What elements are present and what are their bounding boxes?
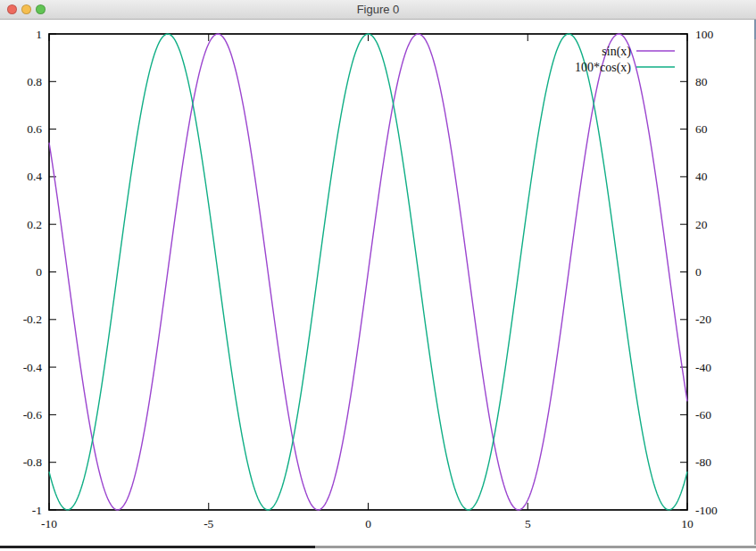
y-right-tick-label: 80 — [695, 75, 708, 88]
y-right-tick-label: 0 — [695, 265, 702, 279]
y-right-tick-label: -40 — [695, 361, 711, 374]
y-right-tick-label: 20 — [695, 218, 708, 231]
y-left-tick-label: 0.6 — [27, 122, 42, 136]
legend-label: 100*cos(x) — [575, 61, 631, 75]
y-right-tick-label: 40 — [695, 170, 708, 183]
y-right-tick-label: 60 — [695, 122, 708, 136]
x-tick-label: -5 — [204, 517, 213, 530]
window-bottom-shadow — [315, 546, 756, 548]
axis-tick-labels: 10.80.60.40.20-0.2-0.4-0.6-0.8-110080604… — [23, 28, 718, 531]
y-right-tick-label: -60 — [695, 408, 711, 422]
titlebar[interactable]: Figure 0 — [0, 0, 756, 20]
y-left-tick-label: 1 — [36, 28, 42, 41]
y-left-tick-label: -0.4 — [23, 361, 43, 374]
x-tick-label: 5 — [525, 517, 531, 530]
x-tick-label: -10 — [41, 517, 57, 530]
y-left-tick-label: 0 — [36, 265, 42, 279]
plot-svg: 10.80.60.40.20-0.2-0.4-0.6-0.8-110080604… — [0, 20, 756, 545]
y-right-tick-label: -100 — [695, 504, 718, 517]
y-right-tick-label: -80 — [695, 455, 711, 469]
x-tick-label: 0 — [365, 517, 371, 530]
legend-label: sin(x) — [602, 45, 631, 59]
legend: sin(x)100*cos(x) — [575, 45, 675, 75]
y-left-tick-label: 0.2 — [27, 218, 42, 231]
y-right-tick-label: -20 — [695, 313, 711, 326]
y-left-tick-label: 0.4 — [27, 170, 42, 183]
background-window-edge — [0, 546, 315, 548]
y-left-tick-label: -0.8 — [23, 455, 43, 469]
y-right-tick-label: 100 — [695, 28, 714, 41]
y-left-tick-label: 0.8 — [27, 75, 42, 88]
window-title: Figure 0 — [0, 0, 756, 20]
curve-sin — [49, 34, 687, 510]
y-left-tick-label: -0.6 — [23, 408, 43, 422]
y-left-tick-label: -1 — [32, 504, 42, 517]
x-tick-label: 10 — [681, 517, 694, 530]
figure-window: Figure 0 10.80.60.40.20-0.2-0.4-0.6-0.8-… — [0, 0, 756, 551]
y-left-tick-label: -0.2 — [23, 313, 42, 326]
